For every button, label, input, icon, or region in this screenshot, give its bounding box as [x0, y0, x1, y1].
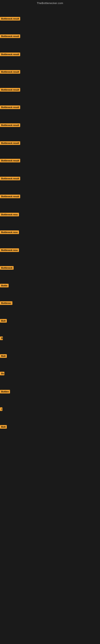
bottleneck-badge[interactable]: Bottleneck resu — [0, 230, 19, 234]
bottleneck-badge[interactable]: Bottlen — [0, 390, 10, 394]
bottleneck-badge[interactable]: Bottleneck resu — [0, 248, 19, 252]
bottleneck-item: Bottleneck — [0, 266, 14, 270]
bottleneck-badge[interactable]: Bottleneck result — [0, 106, 20, 109]
bottleneck-item: Bottlen — [0, 390, 10, 394]
bottleneck-item: Bott — [0, 354, 7, 359]
bottleneck-badge[interactable]: Bottleneck result — [0, 123, 20, 127]
bottleneck-badge[interactable]: Bottleneck result — [0, 52, 20, 56]
bottleneck-badge[interactable]: Bott — [0, 354, 7, 358]
bottleneck-badge[interactable]: Bottleneck result — [0, 141, 20, 145]
bottleneck-badge[interactable]: Bottleneck result — [0, 159, 20, 162]
bottleneck-item: Bottleneck resu — [0, 213, 19, 217]
bottleneck-item: Bottleneck result — [0, 52, 20, 57]
bottleneck-badge[interactable]: | — [0, 407, 2, 411]
bottleneck-item: Bottleneck result — [0, 177, 20, 181]
bottleneck-item: Bottleneck result — [0, 17, 20, 21]
bottleneck-badge[interactable]: Bottleneck resu — [0, 213, 19, 216]
bottleneck-badge[interactable]: Bottleneck result — [0, 194, 20, 198]
bottleneck-badge[interactable]: Bott — [0, 425, 7, 429]
bottleneck-item: Bottleneck result — [0, 34, 20, 39]
bottleneck-item: Bo — [0, 372, 4, 376]
bottleneck-badge[interactable]: Bottle — [0, 284, 9, 288]
site-name: TheBottlenecker.com — [37, 2, 63, 5]
bottleneck-badge[interactable]: Bottleneck result — [0, 177, 20, 180]
bottleneck-badge[interactable]: Bottleneck result — [0, 34, 20, 38]
bottleneck-badge[interactable]: Bottlenec — [0, 301, 12, 305]
bottleneck-item: Bottlenec — [0, 301, 12, 306]
bottleneck-badge[interactable]: Bottleneck — [0, 266, 14, 270]
bottleneck-item: Bottle — [0, 284, 9, 288]
bottleneck-item: Bottleneck result — [0, 70, 20, 74]
bottleneck-badge[interactable]: Bottleneck result — [0, 17, 20, 20]
bottleneck-item: Bottleneck result — [0, 141, 20, 146]
bottleneck-item: B — [0, 336, 3, 341]
bottleneck-item: | — [0, 407, 2, 412]
bottleneck-badge[interactable]: Bo — [0, 372, 4, 375]
bottleneck-item: Bottleneck result — [0, 159, 20, 163]
bottleneck-item: Bottleneck result — [0, 88, 20, 92]
bottleneck-item: Bottleneck result — [0, 194, 20, 199]
bottleneck-item: Bottleneck resu — [0, 230, 19, 235]
bottleneck-badge[interactable]: B — [0, 336, 3, 340]
bottleneck-items-container: Bottleneck resultBottleneck resultBottle… — [0, 6, 100, 448]
bottleneck-item: Bottleneck result — [0, 123, 20, 128]
bottleneck-item: Bottleneck resu — [0, 248, 19, 253]
bottleneck-item: Bottleneck result — [0, 106, 20, 110]
bottleneck-item: Bott — [0, 319, 7, 324]
site-header: TheBottlenecker.com — [0, 0, 100, 6]
bottleneck-badge[interactable]: Bottleneck result — [0, 88, 20, 92]
bottleneck-badge[interactable]: Bottleneck result — [0, 70, 20, 74]
bottleneck-badge[interactable]: Bott — [0, 319, 7, 322]
bottleneck-item: Bott — [0, 425, 7, 430]
